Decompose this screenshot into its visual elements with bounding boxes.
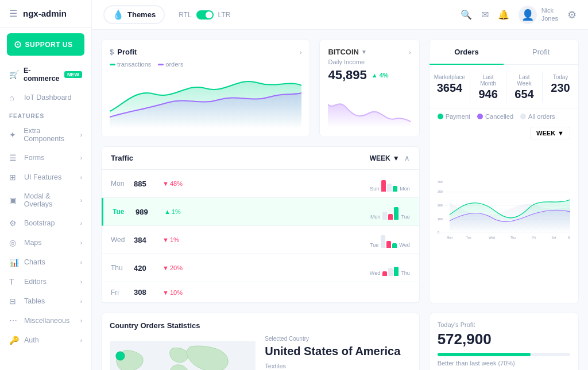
chevron-right-icon: › [80,298,82,305]
sidebar-item-forms[interactable]: ☰ Forms › [0,148,91,168]
orders-card: Orders Profit Marketplace 3654 Last Mont… [429,39,579,303]
avatar: 👤 [519,6,537,24]
github-icon: ⊙ [14,39,22,50]
bell-icon[interactable]: 🔔 [498,9,509,20]
chart-label-wed2: Wed [370,270,380,276]
tables-icon: ⊟ [9,297,20,306]
tue-change: ▲ 1% [164,208,196,215]
rtl-ltr-toggle: RTL LTR [179,10,230,20]
wed-change: ▼ 1% [163,236,194,243]
ltr-label: LTR [218,11,231,19]
bitcoin-expand-icon[interactable]: › [409,49,411,56]
bitcoin-dropdown-icon[interactable]: ▼ [361,49,367,55]
bar-wed [392,243,397,248]
payment-dot [438,114,443,119]
transactions-legend: transactions [110,61,151,68]
bar-mon [393,186,397,192]
world-map [110,336,256,370]
settings-icon[interactable]: ⚙ [567,9,577,21]
chevron-right-icon: › [80,174,82,181]
extra-icon: ✦ [9,130,19,139]
svg-text:Sun: Sun [567,236,570,239]
chart-label-tue2: Tue [370,242,378,248]
tue-mini-chart: Mon Tue [370,204,410,220]
toggle-switch[interactable] [196,10,214,20]
payment-legend: Payment [438,113,470,120]
svg-text:Fri: Fri [532,236,536,239]
sidebar-item-bootstrap[interactable]: ⚙ Bootstrap › [0,213,91,233]
cancelled-legend: Cancelled [477,113,513,120]
chart-label-wed: Wed [399,242,409,248]
sidebar-item-iot[interactable]: ⌂ IoT Dashboard [0,88,91,107]
tab-orders[interactable]: Orders [430,40,504,64]
user-info[interactable]: 👤 Nick Jones [519,6,558,24]
chevron-right-icon: › [80,279,82,285]
editors-icon: T [9,277,20,286]
svg-text:0: 0 [438,231,439,234]
sidebar-item-charts[interactable]: 📊 Charts › [0,252,91,272]
today-profit-value: 572,900 [438,330,570,348]
profit-expand-icon[interactable]: › [300,49,302,56]
traffic-row-fri: Fri 308 ▼ 10% [102,282,419,303]
fri-change: ▼ 10% [163,289,194,296]
mon-mini-chart: Sun Mon [370,176,410,192]
today-profit-label: Today's Profit [438,321,570,328]
mail-icon[interactable]: ✉ [481,9,489,20]
svg-text:Mon: Mon [447,236,452,239]
theme-button[interactable]: 💧 Themes [103,5,165,24]
sidebar-item-auth[interactable]: 🔑 Auth › [0,330,91,350]
tab-profit[interactable]: Profit [504,40,578,64]
country-content: Selected Country United States of Americ… [110,336,411,370]
misc-icon: ⋯ [9,316,20,325]
sidebar-item-editors[interactable]: T Editors › [0,272,91,291]
week-button[interactable]: WEEK ▼ [530,127,570,139]
daily-income-label: Daily Income [328,59,411,65]
bitcoin-header: BITCOIN ▼ › [328,48,411,56]
content-grid: $ Profit › transactions orders [92,30,588,370]
bitcoin-card: BITCOIN ▼ › Daily Income 45,895 ▲ 4% [319,39,419,137]
selected-country-label: Selected Country [265,336,411,342]
traffic-row-tue: Tue 989 ▲ 1% Mon Tue [102,198,419,226]
auth-icon: 🔑 [9,336,20,345]
svg-text:100: 100 [438,217,443,221]
daily-income-value: 45,895 ▲ 4% [328,68,411,83]
bar-spacer3 [386,241,391,248]
sidebar-item-tables[interactable]: ⊟ Tables › [0,291,91,311]
profit-header: $ Profit › [110,48,301,56]
new-badge: NEW [64,71,82,78]
bar-sun [381,180,386,192]
selected-country-name: United States of America [265,344,411,358]
traffic-header: Traffic WEEK ▼ ∧ [102,147,419,170]
orders-legend: Payment Cancelled All orders WEEK ▼ [430,108,578,144]
support-us-button[interactable]: ⊙ SUPPORT US [7,33,84,56]
income-change: ▲ 4% [372,72,389,79]
rtl-label: RTL [179,11,191,19]
profit-title: $ Profit [110,48,137,56]
dropdown-icon: ▼ [558,130,564,137]
sidebar-item-ecommerce[interactable]: 🛒 E-commerce NEW [0,61,91,88]
traffic-row-wed: Wed 384 ▼ 1% Tue Wed [102,226,419,254]
charts-icon: 📊 [9,258,20,267]
country-info: Selected Country United States of Americ… [265,336,411,370]
svg-text:200: 200 [438,204,443,207]
stat-last-month: Last Month 946 [470,72,506,103]
chevron-right-icon: › [80,259,82,266]
app-logo: ngx-admin [23,9,67,18]
sidebar-item-ui[interactable]: ⊞ UI Features › [0,168,91,187]
sidebar-item-extra[interactable]: ✦ Extra Components › [0,122,91,148]
hamburger-icon[interactable]: ☰ [9,8,17,19]
orders-legend: orders [158,61,183,68]
sidebar-item-maps[interactable]: ◎ Maps › [0,233,91,252]
chart-label-tue: Tue [401,214,409,220]
collapse-icon[interactable]: ∧ [404,154,410,162]
search-icon[interactable]: 🔍 [461,9,472,20]
chevron-right-icon: › [80,132,82,138]
sidebar-item-modal[interactable]: ▣ Modal & Overlays › [0,187,91,213]
traffic-title: Traffic [111,154,133,162]
week-selector[interactable]: WEEK ▼ [370,154,400,162]
wed-mini-chart: Tue Wed [370,232,410,248]
country-category: Textiles [265,363,411,370]
stat-last-week: Last Week 654 [506,72,543,103]
chevron-right-icon: › [80,318,82,324]
sidebar-item-misc[interactable]: ⋯ Miscellaneous › [0,311,91,330]
